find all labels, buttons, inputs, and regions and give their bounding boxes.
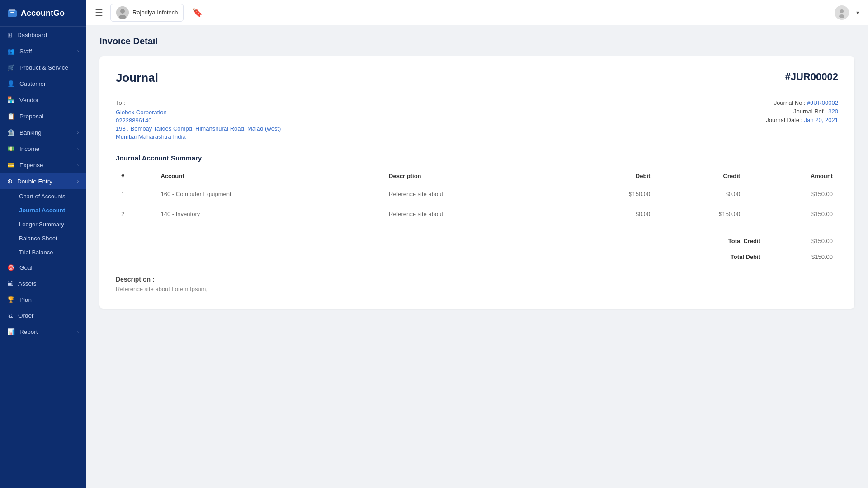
- expense-chevron: ›: [77, 163, 79, 168]
- journal-meta: Journal No : #JUR00002 Journal Ref : 320…: [766, 99, 838, 141]
- svg-rect-2: [10, 12, 14, 13]
- topbar: ☰ Rajodiya Infotech 🔖 ▾: [86, 0, 868, 25]
- description-text: Reference site about Lorem Ipsum,: [116, 286, 838, 292]
- product-icon: 🛒: [7, 64, 15, 71]
- staff-icon: 👥: [7, 47, 15, 55]
- user-dropdown-arrow[interactable]: ▾: [856, 9, 859, 16]
- total-debit-row: Total Debit $150.00: [116, 249, 838, 265]
- income-icon: 💵: [7, 145, 15, 152]
- sidebar-subitem-balance-sheet[interactable]: Balance Sheet: [0, 231, 86, 245]
- banking-icon: 🏦: [7, 129, 15, 136]
- customer-icon: 👤: [7, 80, 15, 87]
- cell-num: 2: [116, 204, 156, 224]
- to-label: To :: [116, 99, 281, 106]
- description-section: Description : Reference site about Lorem…: [116, 276, 838, 292]
- cell-account: 140 - Inventory: [156, 204, 384, 224]
- page-content: Invoice Detail Journal #JUR00002 To : Gl…: [86, 25, 868, 488]
- journal-ref-row: Journal Ref : 320: [766, 108, 838, 115]
- cell-credit: $0.00: [656, 184, 745, 204]
- expense-icon: 💳: [7, 161, 15, 169]
- logo-icon: [7, 8, 17, 18]
- sidebar-item-proposal[interactable]: 📋 Proposal: [0, 108, 86, 124]
- cell-description: Reference site about: [383, 184, 566, 204]
- income-chevron: ›: [77, 146, 79, 151]
- journal-no-label: Journal No :: [774, 99, 806, 106]
- total-debit-value: $150.00: [797, 253, 833, 260]
- table-head: # Account Description Debit Credit Amoun…: [116, 168, 838, 184]
- sidebar-item-banking[interactable]: 🏦 Banking ›: [0, 124, 86, 141]
- col-credit: Credit: [656, 168, 745, 184]
- account-table: # Account Description Debit Credit Amoun…: [116, 168, 838, 224]
- company-avatar: [116, 6, 129, 19]
- journal-no-row: Journal No : #JUR00002: [766, 99, 838, 106]
- hamburger-button[interactable]: ☰: [95, 7, 103, 18]
- double-entry-chevron: ›: [77, 179, 79, 184]
- bookmark-icon[interactable]: 🔖: [193, 8, 203, 18]
- journal-date-row: Journal Date : Jan 20, 2021: [766, 117, 838, 123]
- sidebar-item-staff[interactable]: 👥 Staff ›: [0, 43, 86, 59]
- total-credit-value: $150.00: [797, 238, 833, 244]
- sidebar-item-order[interactable]: 🛍 Order: [0, 308, 86, 324]
- app-name: AccountGo: [21, 9, 65, 18]
- to-company: Globex Corporation: [116, 109, 281, 116]
- vendor-icon: 🏪: [7, 96, 15, 103]
- table-body: 1 160 - Computer Equipment Reference sit…: [116, 184, 838, 224]
- sidebar-item-plan[interactable]: 🏆 Plan: [0, 291, 86, 308]
- sidebar-item-goal[interactable]: 🎯 Goal: [0, 259, 86, 276]
- sidebar-item-assets[interactable]: 🏛 Assets: [0, 276, 86, 291]
- journal-date-label: Journal Date :: [766, 117, 802, 123]
- goal-icon: 🎯: [7, 264, 15, 271]
- sidebar-subitem-ledger-summary[interactable]: Ledger Summary: [0, 217, 86, 231]
- totals-section: Total Credit $150.00 Total Debit $150.00: [116, 233, 838, 265]
- svg-point-5: [120, 9, 125, 14]
- plan-icon: 🏆: [7, 296, 15, 303]
- cell-debit: $0.00: [566, 204, 656, 224]
- to-phone: 02228896140: [116, 117, 281, 124]
- dashboard-icon: ⊞: [7, 31, 13, 38]
- company-selector[interactable]: Rajodiya Infotech: [110, 4, 184, 22]
- user-avatar-button[interactable]: [835, 5, 849, 20]
- col-account: Account: [156, 168, 384, 184]
- sidebar-item-double-entry[interactable]: ⊛ Double Entry ›: [0, 173, 86, 189]
- report-chevron: ›: [77, 329, 79, 334]
- description-label: Description :: [116, 276, 838, 283]
- sidebar-item-product-service[interactable]: 🛒 Product & Service: [0, 59, 86, 75]
- main-area: ☰ Rajodiya Infotech 🔖 ▾ Invoice Detail: [86, 0, 868, 488]
- invoice-to-details: To : Globex Corporation 02228896140 198 …: [116, 99, 281, 141]
- sidebar: AccountGo ⊞ Dashboard 👥 Staff › 🛒 Produc…: [0, 0, 86, 488]
- cell-num: 1: [116, 184, 156, 204]
- report-icon: 📊: [7, 328, 15, 335]
- sidebar-item-customer[interactable]: 👤 Customer: [0, 75, 86, 92]
- sidebar-subitem-journal-account[interactable]: Journal Account: [0, 203, 86, 217]
- proposal-icon: 📋: [7, 113, 15, 120]
- sidebar-item-dashboard[interactable]: ⊞ Dashboard: [0, 27, 86, 43]
- sidebar-item-vendor[interactable]: 🏪 Vendor: [0, 92, 86, 108]
- invoice-to-section: To : Globex Corporation 02228896140 198 …: [116, 99, 838, 141]
- staff-chevron: ›: [77, 49, 79, 54]
- table-header-row: # Account Description Debit Credit Amoun…: [116, 168, 838, 184]
- journal-no-value: #JUR00002: [807, 99, 838, 106]
- svg-rect-1: [9, 9, 15, 11]
- assets-icon: 🏛: [7, 280, 14, 287]
- sidebar-subitem-trial-balance[interactable]: Trial Balance: [0, 245, 86, 259]
- cell-description: Reference site about: [383, 204, 566, 224]
- sidebar-item-income[interactable]: 💵 Income ›: [0, 141, 86, 157]
- double-entry-icon: ⊛: [7, 178, 13, 185]
- cell-amount: $150.00: [745, 204, 838, 224]
- journal-ref-value: 320: [828, 108, 838, 115]
- invoice-card: Journal #JUR00002 To : Globex Corporatio…: [99, 56, 854, 309]
- sidebar-subitem-chart-of-accounts[interactable]: Chart of Accounts: [0, 189, 86, 203]
- invoice-journal-title: Journal: [116, 71, 158, 85]
- svg-rect-3: [10, 14, 13, 14]
- total-debit-label: Total Debit: [731, 253, 760, 260]
- cell-credit: $150.00: [656, 204, 745, 224]
- table-row: 2 140 - Inventory Reference site about $…: [116, 204, 838, 224]
- journal-date-value: Jan 20, 2021: [804, 117, 838, 123]
- journal-ref-label: Journal Ref :: [793, 108, 827, 115]
- sidebar-item-report[interactable]: 📊 Report ›: [0, 324, 86, 340]
- section-title: Journal Account Summary: [116, 154, 838, 162]
- sidebar-item-expense[interactable]: 💳 Expense ›: [0, 157, 86, 173]
- page-title: Invoice Detail: [99, 36, 854, 47]
- to-address-line1: 198 , Bombay Talkies Compd, Himanshurai …: [116, 125, 281, 132]
- user-icon: [837, 8, 847, 18]
